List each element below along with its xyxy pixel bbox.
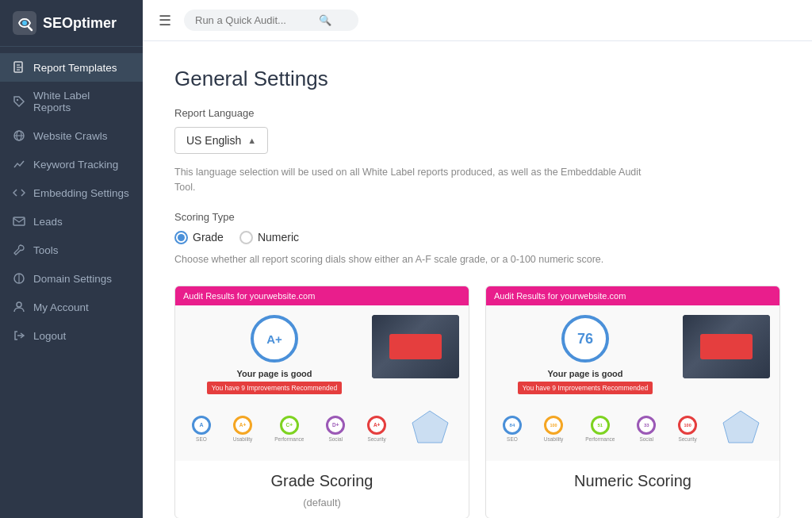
numeric-card-screenshot bbox=[683, 315, 770, 378]
radio-numeric-label: Numeric bbox=[258, 231, 299, 244]
chart-icon bbox=[13, 158, 25, 171]
grade-screenshot-visual bbox=[372, 315, 459, 378]
numeric-improvements: You have 9 Improvements Recommended bbox=[518, 382, 653, 394]
radio-grade-label: Grade bbox=[193, 231, 224, 244]
grade-card-left: A+ Your page is good You have 9 Improvem… bbox=[185, 315, 364, 394]
chevron-up-icon: ▲ bbox=[247, 136, 256, 145]
grade-card-caption: Grade Scoring bbox=[175, 461, 469, 497]
report-language-label: Report Language bbox=[174, 107, 780, 119]
sidebar-logo: SEOptimer bbox=[0, 0, 143, 47]
sidebar-item-keyword-tracking[interactable]: Keyword Tracking bbox=[0, 150, 143, 178]
radio-grade[interactable]: Grade bbox=[174, 231, 224, 244]
file-icon bbox=[13, 61, 25, 74]
sidebar-item-label: White Label Reports bbox=[33, 90, 130, 113]
mini-usability-grade: A+ Usability bbox=[233, 416, 253, 442]
topbar: ☰ 🔍 bbox=[143, 0, 812, 41]
grade-good-text: Your page is good bbox=[236, 369, 312, 378]
numeric-score-circle: 76 bbox=[561, 315, 609, 363]
language-dropdown[interactable]: US English ▲ bbox=[174, 127, 268, 154]
svg-point-7 bbox=[17, 99, 18, 101]
numeric-good-text: Your page is good bbox=[547, 369, 622, 378]
mini-performance-numeric: 51 Performance bbox=[585, 416, 615, 442]
domain-icon bbox=[13, 272, 25, 285]
account-icon bbox=[13, 301, 25, 313]
grade-score-circle: A+ bbox=[251, 315, 298, 363]
grade-card-banner: Audit Results for yourwebsite.com bbox=[175, 286, 469, 305]
numeric-card-inner: 76 Your page is good You have 9 Improvem… bbox=[486, 305, 779, 404]
radio-numeric[interactable]: Numeric bbox=[239, 231, 299, 244]
sidebar-item-label: Report Templates bbox=[33, 62, 117, 74]
mini-seo-grade: A SEO bbox=[192, 416, 211, 442]
numeric-card-banner: Audit Results for yourwebsite.com bbox=[486, 286, 779, 305]
numeric-radar-chart bbox=[719, 407, 763, 450]
svg-rect-11 bbox=[13, 217, 25, 225]
mini-security-grade: A+ Security bbox=[367, 416, 386, 442]
sidebar-item-website-crawls[interactable]: Website Crawls bbox=[0, 121, 143, 150]
svg-point-1 bbox=[22, 21, 27, 25]
sidebar-item-tools[interactable]: Tools bbox=[0, 236, 143, 264]
svg-marker-17 bbox=[723, 411, 759, 443]
sidebar-item-label: Website Crawls bbox=[33, 130, 108, 142]
numeric-card-left: 76 Your page is good You have 9 Improvem… bbox=[496, 315, 675, 394]
grade-card-sub-caption: (default) bbox=[175, 497, 469, 518]
scoring-info-text: Choose whether all report scoring dials … bbox=[174, 252, 650, 267]
sidebar-item-label: Domain Settings bbox=[33, 273, 112, 285]
sidebar-item-label: Keyword Tracking bbox=[33, 159, 118, 171]
sidebar-item-my-account[interactable]: My Account bbox=[0, 293, 143, 321]
sidebar-item-label: Logout bbox=[33, 330, 66, 342]
mail-icon bbox=[13, 215, 25, 228]
search-input[interactable] bbox=[195, 14, 314, 26]
radio-grade-circle bbox=[174, 231, 188, 244]
page-title: General Settings bbox=[174, 67, 780, 91]
sidebar-item-label: Tools bbox=[33, 244, 59, 256]
sidebar-item-report-templates[interactable]: Report Templates bbox=[0, 53, 143, 82]
numeric-screenshot-visual bbox=[683, 315, 770, 378]
grade-card-screenshot bbox=[372, 315, 459, 378]
sidebar-item-embedding-settings[interactable]: Embedding Settings bbox=[0, 178, 143, 207]
numeric-card-sub-caption bbox=[486, 497, 779, 506]
content-area: General Settings Report Language US Engl… bbox=[143, 41, 812, 518]
globe-icon bbox=[13, 129, 25, 142]
mini-performance-grade: C+ Performance bbox=[274, 416, 304, 442]
mini-social-grade: D+ Social bbox=[326, 416, 345, 442]
tag-icon bbox=[13, 95, 25, 108]
svg-marker-16 bbox=[412, 411, 448, 443]
mini-social-numeric: 33 Social bbox=[637, 416, 656, 442]
svg-point-14 bbox=[17, 302, 21, 307]
sidebar-item-leads[interactable]: Leads bbox=[0, 207, 143, 236]
seoptimer-logo-icon bbox=[13, 11, 36, 35]
grade-scoring-card: Audit Results for yourwebsite.com A+ You… bbox=[174, 286, 469, 518]
sidebar: SEOptimer Report Templates White Label R… bbox=[0, 0, 143, 518]
sidebar-logo-text: SEOptimer bbox=[43, 15, 117, 32]
logout-icon bbox=[13, 329, 25, 342]
mini-security-numeric: 100 Security bbox=[678, 416, 697, 442]
search-icon: 🔍 bbox=[319, 14, 331, 26]
sidebar-item-label: My Account bbox=[33, 301, 89, 313]
radio-numeric-circle bbox=[239, 231, 253, 244]
grade-card-inner: A+ Your page is good You have 9 Improvem… bbox=[175, 305, 469, 404]
sidebar-item-white-label-reports[interactable]: White Label Reports bbox=[0, 82, 143, 121]
grade-radar-chart bbox=[408, 407, 452, 450]
numeric-scoring-card: Audit Results for yourwebsite.com 76 You… bbox=[485, 286, 780, 518]
menu-button[interactable]: ☰ bbox=[155, 9, 174, 33]
main-wrapper: ☰ 🔍 General Settings Report Language US … bbox=[143, 0, 812, 518]
language-info-text: This language selection will be used on … bbox=[174, 165, 650, 195]
mini-usability-numeric: 100 Usability bbox=[544, 416, 564, 442]
sidebar-item-label: Embedding Settings bbox=[33, 187, 129, 199]
scoring-cards-container: Audit Results for yourwebsite.com A+ You… bbox=[174, 286, 780, 518]
numeric-card-preview: Audit Results for yourwebsite.com 76 You… bbox=[486, 286, 779, 461]
embed-icon bbox=[13, 186, 25, 199]
grade-improvements: You have 9 Improvements Recommended bbox=[207, 382, 342, 394]
numeric-card-caption: Numeric Scoring bbox=[486, 461, 779, 497]
sidebar-item-label: Leads bbox=[33, 216, 63, 228]
sidebar-nav: Report Templates White Label Reports Web… bbox=[0, 47, 143, 518]
topbar-search-container: 🔍 bbox=[184, 10, 358, 31]
grade-card-preview: Audit Results for yourwebsite.com A+ You… bbox=[175, 286, 469, 461]
language-value: US English bbox=[186, 134, 241, 147]
sidebar-item-logout[interactable]: Logout bbox=[0, 321, 143, 350]
scoring-type-label: Scoring Type bbox=[174, 211, 780, 223]
mini-seo-numeric: 84 SEO bbox=[503, 416, 522, 442]
sidebar-item-domain-settings[interactable]: Domain Settings bbox=[0, 264, 143, 293]
scoring-radio-group: Grade Numeric bbox=[174, 231, 780, 244]
tools-icon bbox=[13, 244, 25, 256]
